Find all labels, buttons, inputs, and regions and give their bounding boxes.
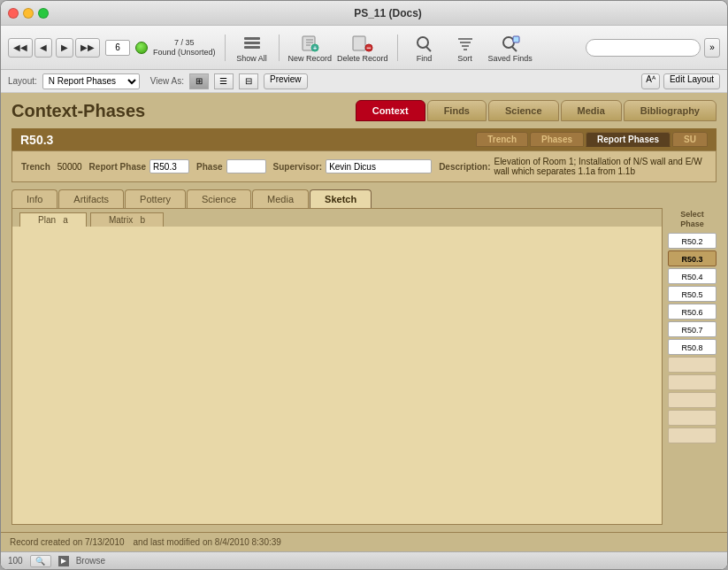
nav-back-button[interactable]: ◀◀ <box>8 38 33 58</box>
select-phase-panel: SelectPhase R50.2 R50.3 R50.4 R50.5 R50.… <box>668 208 717 525</box>
saved-finds-label: Saved Finds <box>488 54 533 63</box>
phase-btn-empty-4[interactable] <box>668 410 717 426</box>
sort-label: Sort <box>457 54 472 63</box>
toolbar: ◀◀ ◀ ▶ ▶▶ 6 7 / 35 Found (Unsorted) Show… <box>1 26 727 70</box>
svg-text:+: + <box>313 45 317 51</box>
toolbar-right: » <box>586 38 720 58</box>
find-button[interactable]: Find <box>407 33 442 63</box>
layout-select[interactable]: N Report Phases <box>42 73 140 89</box>
report-phase-input[interactable]: R50.3 <box>149 159 189 173</box>
svg-point-18 <box>503 37 514 48</box>
sub-tab-pottery[interactable]: Pottery <box>125 189 186 208</box>
nav-next-button[interactable]: ▶ <box>56 38 73 58</box>
sub-tab-science[interactable]: Science <box>187 189 251 208</box>
record-tab-report-phases[interactable]: Report Phases <box>586 132 671 147</box>
status-indicator <box>135 42 148 54</box>
layout-bar: Layout: N Report Phases View As: ⊞ ☰ ⊟ P… <box>1 70 727 93</box>
nav-forward-button[interactable]: ▶▶ <box>75 38 100 58</box>
sub-tab-media[interactable]: Media <box>252 189 309 208</box>
main-content: Context-Phases Context Finds Science Med… <box>1 93 727 551</box>
supervisor-label: Supervisor: <box>273 162 323 172</box>
sketch-area: Plan a Matrix b <box>11 208 663 525</box>
content-area: Plan a Matrix b SelectPhase R50.2 R50.3 … <box>1 208 727 532</box>
nav-tabs: Context Finds Science Media Bibliography <box>356 100 717 121</box>
show-all-icon <box>240 33 264 54</box>
nav-tab-finds[interactable]: Finds <box>427 100 487 121</box>
phase-btn-empty-1[interactable] <box>668 357 717 373</box>
phase-btn-empty-5[interactable] <box>668 428 717 443</box>
window-title: PS_11 (Docs) <box>56 7 720 19</box>
phase-btn-r50-3[interactable]: R50.3 <box>668 250 717 266</box>
phase-btn-r50-4[interactable]: R50.4 <box>668 268 717 284</box>
phase-btn-r50-2[interactable]: R50.2 <box>668 233 717 249</box>
nav-controls: ◀◀ ◀ ▶ ▶▶ <box>8 38 100 58</box>
record-id: R50.3 <box>20 133 53 147</box>
nav-prev-button[interactable]: ◀ <box>34 38 52 58</box>
nav-tab-science[interactable]: Science <box>488 100 559 121</box>
title-bar: PS_11 (Docs) <box>1 1 727 26</box>
phase-btn-r50-6[interactable]: R50.6 <box>668 304 717 320</box>
delete-record-label: Delete Record <box>337 54 388 63</box>
svg-text:−: − <box>366 43 371 52</box>
toolbar-expand-button[interactable]: » <box>704 38 720 58</box>
view-form-button[interactable]: ⊞ <box>189 73 209 89</box>
trench-label: Trench <box>21 162 50 172</box>
sketch-canvas <box>12 227 662 524</box>
preview-button[interactable]: Preview <box>264 73 308 89</box>
nav-tab-media[interactable]: Media <box>561 100 622 121</box>
zoom-button[interactable]: 🔍 <box>30 555 51 567</box>
record-header-tabs: Trench Phases Report Phases SU <box>476 132 708 147</box>
sort-button[interactable]: Sort <box>448 33 483 63</box>
svg-rect-2 <box>244 46 260 49</box>
record-number-input[interactable]: 6 <box>105 40 130 56</box>
phase-input[interactable] <box>226 159 266 173</box>
window-buttons <box>8 8 49 19</box>
close-button[interactable] <box>8 8 19 19</box>
record-tab-su[interactable]: SU <box>672 132 708 147</box>
nav-tab-bibliography[interactable]: Bibliography <box>624 100 717 121</box>
show-all-button[interactable]: Show All <box>234 33 270 63</box>
main-window: PS_11 (Docs) ◀◀ ◀ ▶ ▶▶ 6 7 / 35 Found (U… <box>0 0 728 570</box>
minimize-button[interactable] <box>23 8 34 19</box>
separator-3 <box>397 35 398 61</box>
nav-tab-context[interactable]: Context <box>356 100 425 121</box>
phase-btn-r50-8[interactable]: R50.8 <box>668 339 717 355</box>
sketch-matrix-tab[interactable]: Matrix b <box>90 212 164 227</box>
app-title: Context-Phases <box>11 101 145 121</box>
created-text: Record created on 7/13/2010 <box>10 537 125 547</box>
svg-rect-1 <box>244 42 260 44</box>
sub-tab-sketch[interactable]: Sketch <box>310 189 372 208</box>
sub-tab-artifacts[interactable]: Artifacts <box>58 189 124 208</box>
view-list-button[interactable]: ☰ <box>214 73 234 89</box>
separator-2 <box>279 35 280 61</box>
delete-record-button[interactable]: − Delete Record <box>337 33 388 63</box>
layout-bar-right: Aᴬ Edit Layout <box>641 73 720 89</box>
maximize-button[interactable] <box>38 8 49 19</box>
phase-btn-r50-7[interactable]: R50.7 <box>668 321 717 337</box>
sub-tab-info[interactable]: Info <box>11 189 57 208</box>
sketch-plan-tab[interactable]: Plan a <box>19 212 87 227</box>
app-header: Context-Phases Context Finds Science Med… <box>1 93 727 128</box>
view-table-button[interactable]: ⊟ <box>239 73 258 89</box>
svg-rect-20 <box>513 36 519 42</box>
record-panel: R50.3 Trench Phases Report Phases SU Tre… <box>1 128 727 189</box>
trench-value: 50000 <box>57 162 82 172</box>
find-icon <box>412 33 437 54</box>
record-tab-trench[interactable]: Trench <box>476 132 528 147</box>
new-record-button[interactable]: + New Record <box>288 33 333 63</box>
saved-finds-button[interactable]: Saved Finds <box>488 33 533 63</box>
phase-btn-empty-2[interactable] <box>668 374 717 390</box>
phase-field-group: Phase <box>196 159 265 173</box>
svg-rect-9 <box>353 36 365 50</box>
record-tab-phases[interactable]: Phases <box>530 132 584 147</box>
edit-layout-button[interactable]: Edit Layout <box>663 73 720 89</box>
supervisor-input[interactable]: Kevin Dicus <box>326 159 432 173</box>
phase-btn-empty-3[interactable] <box>668 392 717 408</box>
description-label: Description: <box>439 162 490 172</box>
modified-text: and last modified on 8/4/2010 8:30:39 <box>134 537 281 547</box>
svg-rect-0 <box>244 37 260 40</box>
search-input[interactable] <box>586 39 701 57</box>
font-size-button[interactable]: Aᴬ <box>641 73 660 89</box>
phase-btn-r50-5[interactable]: R50.5 <box>668 286 717 302</box>
new-record-label: New Record <box>288 54 333 63</box>
